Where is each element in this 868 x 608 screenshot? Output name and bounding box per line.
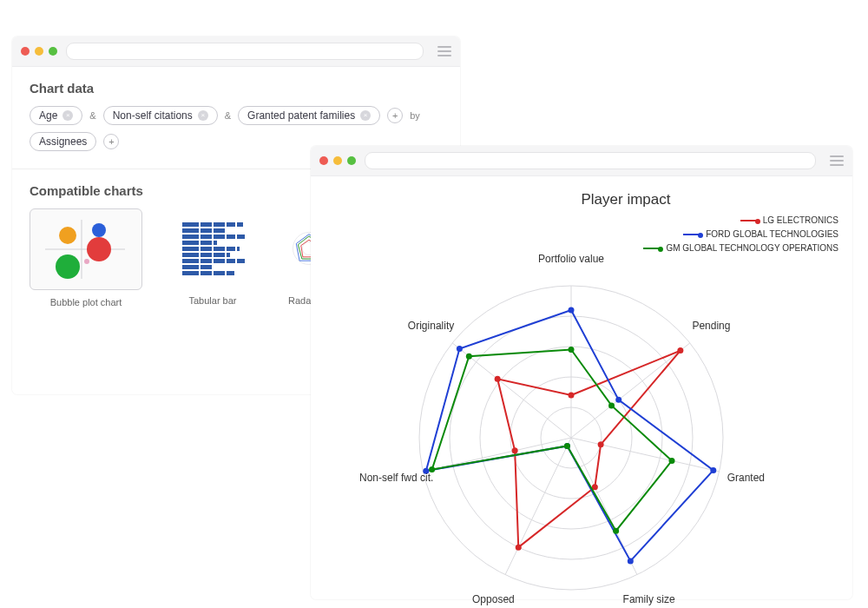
svg-point-5 [56,254,80,279]
front-window: Player impact LG ELECTRONICS FORD GLOBAL… [311,146,852,599]
address-bar[interactable] [365,152,816,169]
close-icon[interactable] [21,47,30,56]
chart-card-caption: Bubble plot chart [30,297,142,307]
remove-chip-icon[interactable]: × [62,110,73,121]
svg-point-2 [59,227,76,244]
traffic-lights [21,47,57,56]
legend-swatch-icon [683,234,700,235]
minimize-icon[interactable] [35,47,43,56]
titlebar [311,146,852,176]
hamburger-menu-icon[interactable] [437,46,451,56]
bubble-plot-icon [38,215,134,284]
chart-card-tabular-bar[interactable]: Tabular bar [156,208,269,307]
chip-label: Granted patent families [247,109,355,122]
svg-point-41 [598,441,604,447]
legend-label: GM GLOBAL TECHNOLOGY OPERATIONS [666,243,838,253]
titlebar [12,36,460,67]
tabular-thumb [156,208,269,288]
remove-chip-icon[interactable]: × [360,110,371,121]
legend-item-ford[interactable]: FORD GLOBAL TECHNOLOGIES [643,229,838,239]
chart-data-heading: Chart data [30,81,443,96]
tabular-bar-icon [165,214,260,283]
chip-assignees[interactable]: Assignees [30,132,96,151]
legend-item-lg[interactable]: LG ELECTRONICS [643,215,838,225]
axis-label: Pending [692,320,730,332]
radar-chart-svg [311,212,852,608]
zoom-icon[interactable] [49,47,57,56]
svg-line-33 [571,438,720,472]
axis-label: Originality [408,320,454,332]
axis-label: Family size [623,593,675,605]
chart-card-bubble[interactable]: Bubble plot chart [30,208,142,307]
svg-point-6 [84,259,89,264]
svg-point-55 [569,347,575,353]
chip-granted-patent-families[interactable]: Granted patent families× [238,106,380,125]
svg-point-43 [516,545,522,551]
chart-title: Player impact [406,191,845,208]
chip-row: Age× & Non-self citations× & Granted pat… [30,106,443,151]
legend-label: FORD GLOBAL TECHNOLOGIES [706,229,838,239]
svg-rect-12 [182,253,230,257]
hamburger-menu-icon[interactable] [830,155,844,166]
svg-point-61 [466,354,472,360]
axis-label: Granted [727,472,765,484]
svg-point-53 [457,346,463,352]
svg-point-4 [87,237,111,261]
svg-marker-54 [432,350,672,532]
zoom-icon[interactable] [347,156,356,165]
svg-point-40 [677,347,683,354]
chip-label: Assignees [39,135,87,148]
chip-non-self-citations[interactable]: Non-self citations× [103,106,218,125]
svg-point-49 [710,467,716,473]
axis-label: Portfolio value [538,253,604,265]
chart-card-caption: Tabular bar [156,295,269,306]
legend-swatch-icon [740,220,758,221]
address-bar[interactable] [66,43,424,60]
svg-point-57 [669,458,675,464]
legend-swatch-icon [643,248,661,249]
svg-point-44 [512,447,518,453]
conjunction-and: & [225,110,231,121]
svg-rect-8 [182,228,226,233]
svg-point-45 [495,376,501,382]
svg-rect-11 [182,247,240,251]
svg-point-59 [564,443,570,449]
remove-chip-icon[interactable]: × [198,110,208,121]
chart-legend: LG ELECTRONICS FORD GLOBAL TECHNOLOGIES … [643,215,838,257]
bubble-thumb [30,208,142,290]
svg-point-58 [613,528,619,534]
minimize-icon[interactable] [333,156,342,165]
chip-label: Non-self citations [113,109,193,122]
svg-point-47 [569,307,575,314]
axis-label: Opposed [472,593,515,605]
by-label: by [410,110,420,121]
svg-point-56 [608,402,615,408]
add-metric-button[interactable]: + [387,108,403,123]
chip-age[interactable]: Age× [30,106,82,125]
close-icon[interactable] [319,156,328,165]
traffic-lights [319,156,356,165]
chip-label: Age [39,109,57,122]
axis-label: Non-self fwd cit. [359,472,433,484]
conjunction-and: & [89,110,95,121]
svg-point-3 [92,223,106,237]
svg-point-50 [628,558,634,564]
radar-chart-area: Player impact LG ELECTRONICS FORD GLOBAL… [311,175,852,599]
svg-point-39 [569,393,575,399]
legend-item-gm[interactable]: GM GLOBAL TECHNOLOGY OPERATIONS [643,243,838,253]
svg-point-48 [615,397,621,403]
add-dimension-button[interactable]: + [103,134,119,149]
svg-rect-14 [182,265,213,269]
legend-label: LG ELECTRONICS [763,215,838,225]
